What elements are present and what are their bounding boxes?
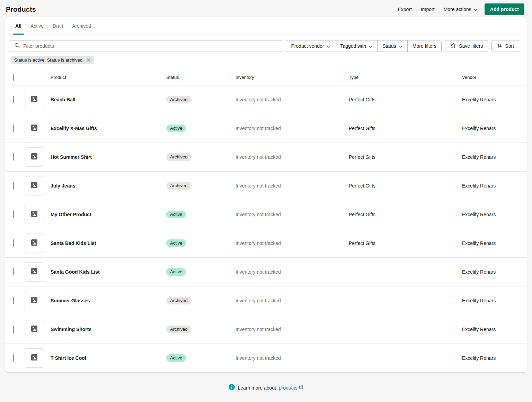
product-name[interactable]: Excelify X-Mas Gifts [51, 126, 166, 131]
type-cell: Perfect Gifts [349, 183, 462, 189]
chevron-down-icon [474, 7, 478, 12]
table-row[interactable]: Beach Ball Archived Inventory not tracke… [5, 85, 527, 114]
product-thumbnail[interactable] [25, 291, 44, 310]
import-button[interactable]: Import [421, 4, 435, 14]
vendor-cell: Excelify Renars [462, 154, 519, 160]
inventory-cell: Inventory not tracked [236, 240, 349, 246]
tabs-bar: All Active Draft Archived [5, 17, 527, 35]
type-cell: Perfect Gifts [349, 97, 462, 102]
status-badge: Active [166, 268, 186, 276]
export-button[interactable]: Export [398, 4, 411, 14]
status-badge: Archived [166, 182, 192, 190]
row-checkbox[interactable] [13, 239, 14, 247]
row-checkbox[interactable] [13, 125, 14, 132]
table-row[interactable]: Summer Glasses Archived Inventory not tr… [5, 286, 527, 315]
status-badge: Archived [166, 326, 192, 333]
product-vendor-filter-button[interactable]: Product vendor [286, 40, 335, 52]
table-row[interactable]: July Jeans Archived Inventory not tracke… [5, 171, 527, 200]
table-body: Beach Ball Archived Inventory not tracke… [5, 85, 527, 372]
topbar: Products Export Import More actions Add … [0, 0, 532, 17]
inventory-cell: Inventory not tracked [236, 183, 349, 189]
more-filters-button[interactable]: More filters [407, 40, 442, 52]
table-row[interactable]: Excelify X-Mas Gifts Active Inventory no… [5, 114, 527, 143]
status-badge: Active [166, 211, 186, 218]
row-checkbox[interactable] [13, 326, 14, 333]
row-checkbox[interactable] [13, 211, 14, 218]
product-thumbnail[interactable] [25, 90, 44, 109]
product-name[interactable]: My Other Product [51, 212, 166, 217]
vendor-cell: Excelify Renars [462, 126, 519, 131]
products-link[interactable]: products [279, 385, 303, 391]
table-row[interactable]: Santa Bad Kids List Active Inventory not… [5, 229, 527, 257]
product-thumbnail[interactable] [25, 320, 44, 339]
sort-arrows-icon [497, 43, 502, 49]
inventory-cell: Inventory not tracked [236, 327, 349, 332]
row-checkbox[interactable] [13, 153, 14, 161]
image-placeholder-icon [31, 268, 38, 276]
image-placeholder-icon [31, 210, 38, 219]
product-thumbnail[interactable] [25, 234, 44, 253]
product-thumbnail[interactable] [25, 147, 44, 167]
vendor-cell: Excelify Renars [462, 240, 519, 246]
tab-all[interactable]: All [11, 17, 26, 35]
sort-label: Sort [505, 43, 514, 49]
table-row[interactable]: T Shirt Ice Cool Active Inventory not tr… [5, 344, 527, 372]
table-row[interactable]: Santa Good Kids List Active Inventory no… [5, 257, 527, 286]
product-name[interactable]: Swimming Shorts [51, 327, 166, 332]
tab-draft[interactable]: Draft [48, 17, 68, 35]
product-thumbnail[interactable] [25, 262, 44, 282]
table-row[interactable]: Swimming Shorts Archived Inventory not t… [5, 315, 527, 344]
tab-archived[interactable]: Archived [68, 17, 95, 35]
product-name[interactable]: Santa Bad Kids List [51, 240, 166, 246]
table-row[interactable]: My Other Product Active Inventory not tr… [5, 200, 527, 229]
search-input[interactable] [23, 43, 278, 49]
product-thumbnail[interactable] [25, 119, 44, 138]
table-header-row: Product Status Inventory Type Vendor [5, 69, 527, 85]
more-actions-button[interactable]: More actions [444, 4, 478, 14]
column-header-vendor: Vendor [462, 75, 519, 80]
page-title: Products [6, 6, 36, 13]
tagged-with-filter-label: Tagged with [340, 43, 366, 49]
filter-chip-label: Status is active, Status is archived [14, 57, 82, 63]
status-badge: Archived [166, 96, 192, 103]
remove-filter-button[interactable] [86, 57, 91, 63]
status-filter-button[interactable]: Status [377, 40, 408, 52]
row-checkbox[interactable] [13, 354, 14, 362]
tagged-with-filter-button[interactable]: Tagged with [335, 40, 378, 52]
inventory-cell: Inventory not tracked [236, 97, 349, 102]
sort-button[interactable]: Sort [491, 40, 519, 52]
product-name[interactable]: Summer Glasses [51, 298, 166, 303]
product-thumbnail[interactable] [25, 205, 44, 224]
export-button-label: Export [398, 7, 411, 12]
product-name[interactable]: July Jeans [51, 183, 166, 189]
table-row[interactable]: Hot Summer Shirt Archived Inventory not … [5, 143, 527, 171]
products-link-label: products [279, 385, 298, 391]
save-filters-button[interactable]: Save filters [445, 40, 488, 52]
product-name[interactable]: Beach Ball [51, 97, 166, 102]
filter-bar: Product vendor Tagged with Status More f… [5, 35, 527, 55]
vendor-cell: Excelify Renars [462, 97, 519, 102]
product-thumbnail[interactable] [25, 348, 44, 368]
image-placeholder-icon [31, 325, 38, 334]
search-box [10, 40, 282, 52]
chevron-down-icon [369, 43, 372, 49]
product-thumbnail[interactable] [25, 176, 44, 195]
inventory-cell: Inventory not tracked [236, 298, 349, 303]
footer: Learn more about products [0, 384, 532, 391]
learn-more-text: Learn more about [238, 385, 276, 391]
tab-active[interactable]: Active [26, 17, 48, 35]
row-checkbox[interactable] [13, 96, 14, 103]
product-name[interactable]: Hot Summer Shirt [51, 154, 166, 160]
star-icon [450, 43, 456, 49]
more-actions-label: More actions [444, 7, 471, 12]
chevron-down-icon [327, 43, 330, 49]
row-checkbox[interactable] [13, 297, 14, 304]
row-checkbox[interactable] [13, 182, 14, 189]
select-all-checkbox[interactable] [13, 74, 14, 81]
search-icon [14, 43, 20, 50]
product-name[interactable]: Santa Good Kids List [51, 269, 166, 275]
status-badge: Active [166, 354, 186, 362]
product-name[interactable]: T Shirt Ice Cool [51, 355, 166, 361]
row-checkbox[interactable] [13, 268, 14, 275]
add-product-button[interactable]: Add product [485, 3, 524, 15]
